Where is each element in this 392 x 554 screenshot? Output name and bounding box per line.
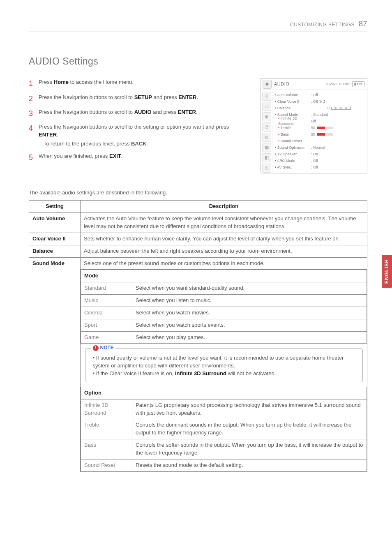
slider-icon — [317, 127, 333, 129]
table-intro: The available audio settings are describ… — [29, 189, 367, 197]
tab-icon[interactable]: ◉ — [262, 112, 271, 121]
table-row: StandardSelect when you want standard-qu… — [81, 282, 367, 295]
balance-bar-icon — [331, 107, 351, 110]
option-header: Option — [81, 387, 367, 399]
table-row: Sound ResetResets the sound mode to the … — [81, 459, 367, 471]
tab-icon[interactable]: ◍ — [262, 133, 271, 142]
col-header-description: Description — [81, 201, 367, 213]
table-row: TrebleControls the dominant sounds in th… — [81, 419, 367, 439]
table-row-sound-mode: Sound Mode Selects one of the preset sou… — [29, 257, 367, 270]
table-row: MusicSelect when you listen to music. — [81, 295, 367, 307]
step-4: 4 Press the Navigation buttons to scroll… — [29, 123, 238, 139]
step-2: 2 Press the Navigation buttons to scroll… — [29, 93, 238, 104]
mode-header: Mode — [81, 270, 367, 282]
table-row: Infinite 3D SurroundPatents LG proprieta… — [81, 399, 367, 419]
osd-row-inf3d[interactable]: Infinite 3D Surround:Off — [275, 118, 364, 125]
table-row: BassControls the softer sounds in the ou… — [81, 439, 367, 459]
osd-row-sound-reset[interactable]: Sound Reset — [275, 138, 364, 144]
hint-move: ⊕ Move — [325, 82, 337, 87]
alert-icon: ! — [93, 345, 99, 351]
page-title: AUDIO Settings — [29, 55, 367, 68]
header-section: CUSTOMIZING SETTINGS — [290, 22, 355, 28]
osd-row-sound-optimizer[interactable]: Sound Optimizer: Normal — [275, 144, 364, 151]
tab-icon[interactable]: ◎ — [262, 164, 271, 173]
osd-row-balance[interactable]: Balance0 — [275, 105, 364, 111]
tab-icon[interactable]: ◧ — [262, 153, 271, 162]
step-3: 3 Press the Navigation buttons to scroll… — [29, 108, 238, 119]
tab-icon[interactable]: ▦ — [262, 143, 271, 152]
osd-tab-column: ⊙ ▭ ◉ ◔ ◍ ▦ ◧ ◎ — [261, 90, 272, 173]
hint-enter: ⊙ Enter — [339, 82, 350, 87]
osd-rows: Auto Volume: Off Clear Voice II: Off ꕅ 2… — [272, 90, 367, 173]
speaker-icon: ◉ — [263, 80, 272, 89]
osd-row-auto-volume[interactable]: Auto Volume: Off — [275, 92, 364, 98]
osd-row-bass[interactable]: Bass50 — [275, 131, 364, 138]
table-row: Clear Voice II Sets whether to enhance h… — [29, 233, 367, 245]
note-item: If the Clear Voice II feature is on, Inf… — [93, 370, 357, 378]
page-number: 87 — [359, 20, 367, 28]
tab-icon[interactable]: ⊙ — [262, 92, 271, 101]
exit-button[interactable]: ▮ Exit — [352, 81, 364, 87]
language-tab: ENGLISH — [382, 255, 392, 288]
osd-row-clear-voice[interactable]: Clear Voice II: Off ꕅ 2 — [275, 98, 364, 105]
step-4-sub: - To return to the previous level, press… — [40, 140, 238, 148]
table-row: Balance Adjust balance between the left … — [29, 245, 367, 257]
osd-row-treble[interactable]: Treble50 — [275, 125, 364, 131]
tab-icon[interactable]: ▭ — [262, 102, 271, 111]
step-1: 1 Press Home to access the Home menu. — [29, 78, 238, 89]
note-label: ! NOTE — [91, 344, 115, 351]
note-box: ! NOTE If sound quality or volume is not… — [85, 348, 363, 382]
slider-icon — [317, 133, 333, 136]
page-header: CUSTOMIZING SETTINGS 87 — [29, 18, 367, 32]
steps-list: 1 Press Home to access the Home menu. 2 … — [29, 78, 238, 163]
table-row: SportSelect when you watch sports events… — [81, 319, 367, 331]
settings-table: Setting Description Auto Volume Activate… — [29, 200, 367, 472]
step-5: 5 When you are finished, press EXIT. — [29, 152, 238, 163]
table-row: GameSelect when you play games. — [81, 331, 367, 344]
osd-row-av-sync[interactable]: AV Sync.: Off — [275, 164, 364, 171]
osd-header: ◉ AUDIO ⊕ Move ⊙ Enter ▮ Exit — [261, 78, 367, 90]
col-header-setting: Setting — [29, 201, 81, 213]
osd-panel: ◉ AUDIO ⊕ Move ⊙ Enter ▮ Exit ⊙ ▭ ◉ ◔ ◍ … — [261, 78, 367, 173]
osd-row-tv-speaker[interactable]: TV Speaker: On — [275, 151, 364, 157]
table-row: Auto Volume Activates the Auto Volume fe… — [29, 213, 367, 233]
table-row: CinemaSelect when you watch movies. — [81, 307, 367, 319]
tab-icon[interactable]: ◔ — [262, 122, 271, 132]
osd-title: AUDIO — [274, 81, 325, 88]
note-item: If sound quality or volume is not at the… — [93, 354, 357, 370]
osd-row-arc-mode[interactable]: ARC Mode: Off — [275, 157, 364, 164]
